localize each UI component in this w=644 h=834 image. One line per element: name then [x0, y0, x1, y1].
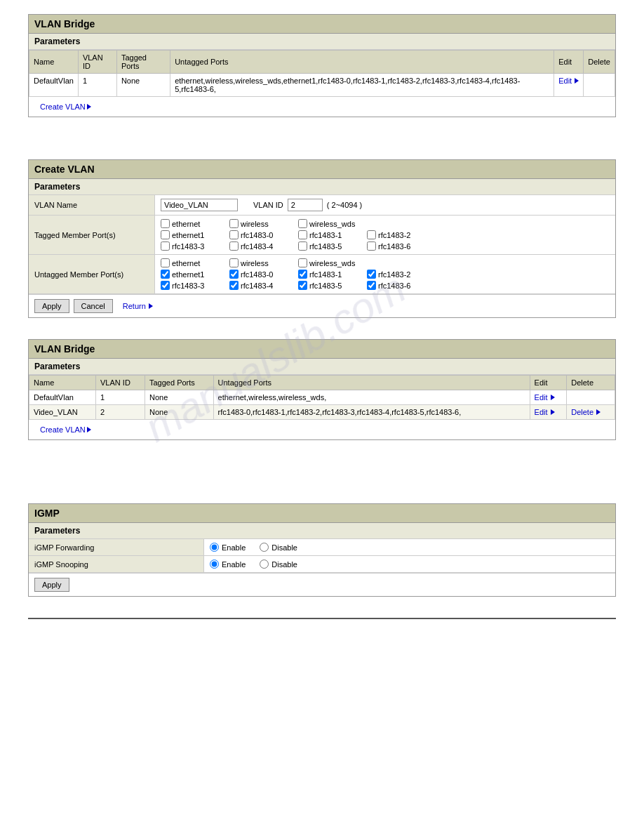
edit-arrow-icon — [575, 78, 579, 84]
untagged-cb-rfc1483-3: rfc1483-3 — [161, 281, 224, 290]
tagged-rfc1483-6-checkbox[interactable] — [367, 241, 376, 251]
untagged-rfc1483-3-checkbox[interactable] — [161, 281, 170, 290]
untagged-row-2: ethernet1 rfc1483-0 rfc1483-1 rfc1483-2 — [161, 270, 430, 279]
tagged-row-3: rfc1483-3 rfc1483-4 rfc1483-5 rfc1483-6 — [161, 241, 430, 251]
tagged-rfc1483-3-checkbox[interactable] — [161, 241, 170, 251]
igmp-title: IGMP — [29, 504, 615, 523]
row2-1-edit-cell: Edit — [530, 390, 567, 405]
row-name: DefaultVlan — [29, 74, 79, 97]
tagged-cb-ethernet1: ethernet1 — [161, 230, 224, 239]
vlan-name-label: VLAN Name — [29, 195, 155, 215]
edit-defaultvlan-link[interactable]: Edit — [535, 393, 555, 402]
igmp-apply-button[interactable]: Apply — [34, 578, 69, 592]
untagged-cb-ethernet1: ethernet1 — [161, 270, 224, 279]
igmp-forwarding-disable-label: Disable — [260, 543, 297, 552]
igmp-snooping-enable-label: Enable — [210, 560, 246, 569]
create-vlan-section: Create VLAN Parameters VLAN Name VLAN ID… — [28, 159, 616, 318]
igmp-snooping-enable-radio[interactable] — [210, 560, 219, 569]
vlan-id-input[interactable] — [288, 199, 323, 211]
igmp-params-header: Parameters — [29, 523, 615, 539]
col2-edit: Edit — [530, 376, 567, 390]
tagged-cb-rfc1483-4: rfc1483-4 — [229, 241, 293, 251]
tagged-row-2: ethernet1 rfc1483-0 rfc1483-1 rfc1483-2 — [161, 230, 430, 239]
col-edit: Edit — [554, 51, 584, 74]
vlan-name-input[interactable] — [161, 199, 238, 211]
create-vlan-2-container: Create VLAN — [29, 420, 615, 439]
tagged-rfc1483-1-checkbox[interactable] — [298, 230, 307, 239]
table-row: DefaultVlan 1 None ethernet,wireless,wir… — [29, 74, 615, 97]
create-vlan-2-link[interactable]: Create VLAN — [34, 423, 97, 437]
tagged-cb-ethernet: ethernet — [161, 219, 224, 228]
vlan-id-range: ( 2~4094 ) — [327, 201, 362, 209]
vlan-bridge-2-params-header: Parameters — [29, 359, 615, 375]
tagged-rfc1483-5-checkbox[interactable] — [298, 241, 307, 251]
vlan-bridge-2-section: VLAN Bridge Parameters Name VLAN ID Tagg… — [28, 339, 616, 440]
create-vlan-1-link[interactable]: Create VLAN — [34, 100, 97, 114]
tagged-cb-rfc1483-6: rfc1483-6 — [367, 241, 430, 251]
untagged-cb-rfc1483-4: rfc1483-4 — [229, 281, 293, 290]
create-vlan-2-arrow-icon — [87, 427, 91, 432]
untagged-rfc1483-5-checkbox[interactable] — [298, 281, 307, 290]
untagged-rfc1483-6-checkbox[interactable] — [367, 281, 376, 290]
create-vlan-cancel-button[interactable]: Cancel — [74, 299, 113, 313]
edit-link[interactable]: Edit — [558, 77, 579, 85]
create-vlan-buttons-row: Apply Cancel Return — [29, 294, 615, 317]
edit-video-vlan-link[interactable]: Edit — [535, 408, 555, 416]
create-vlan-title: Create VLAN — [29, 160, 615, 179]
tagged-rfc1483-0-checkbox[interactable] — [229, 230, 239, 239]
row-vlan-id: 1 — [78, 74, 116, 97]
untagged-ethernet-checkbox[interactable] — [161, 258, 170, 267]
igmp-snooping-disable-radio[interactable] — [260, 560, 269, 569]
tagged-cb-rfc1483-1: rfc1483-1 — [298, 230, 361, 239]
tagged-cb-rfc1483-3: rfc1483-3 — [161, 241, 224, 251]
row2-1-name: DefaultVlan — [29, 390, 96, 405]
untagged-rfc1483-0-checkbox[interactable] — [229, 270, 239, 279]
untagged-ports-field: ethernet wireless wireless_wds ethernet1… — [155, 255, 615, 293]
igmp-forwarding-enable-label: Enable — [210, 543, 246, 552]
untagged-rfc1483-4-checkbox[interactable] — [229, 281, 239, 290]
col2-tagged-ports: Tagged Ports — [145, 376, 213, 390]
return-link[interactable]: Return — [123, 302, 153, 310]
bottom-divider — [28, 618, 616, 619]
untagged-wireless-checkbox[interactable] — [229, 258, 239, 267]
delete-video-vlan-link[interactable]: Delete — [571, 408, 601, 416]
tagged-rfc1483-4-checkbox[interactable] — [229, 241, 239, 251]
vlan-name-field: VLAN ID ( 2~4094 ) — [155, 195, 615, 215]
igmp-forwarding-disable-radio[interactable] — [260, 543, 269, 552]
tagged-ethernet1-checkbox[interactable] — [161, 230, 170, 239]
tagged-wireless-wds-checkbox[interactable] — [298, 219, 307, 228]
row-edit-cell: Edit — [554, 74, 584, 97]
untagged-rfc1483-2-checkbox[interactable] — [367, 270, 376, 279]
untagged-cb-rfc1483-0: rfc1483-0 — [229, 270, 293, 279]
col-tagged-ports: Tagged Ports — [116, 51, 170, 74]
create-vlan-apply-button[interactable]: Apply — [34, 299, 69, 313]
untagged-wireless-wds-checkbox[interactable] — [298, 258, 307, 267]
tagged-ports-label: Tagged Member Port(s) — [29, 216, 155, 254]
igmp-snooping-row: iGMP Snooping Enable Disable — [29, 556, 615, 573]
untagged-row-1: ethernet wireless wireless_wds — [161, 258, 361, 267]
igmp-forwarding-row: iGMP Forwarding Enable Disable — [29, 539, 615, 556]
row-untagged-ports: ethernet,wireless,wireless_wds,ethernet1… — [170, 74, 554, 97]
tagged-ports-row: Tagged Member Port(s) ethernet wireless … — [29, 216, 615, 255]
tagged-ethernet-checkbox[interactable] — [161, 219, 170, 228]
row2-2-tagged-ports: None — [145, 405, 213, 420]
col2-vlan-id: VLAN ID — [96, 376, 145, 390]
col2-delete: Delete — [567, 376, 615, 390]
row2-1-tagged-ports: None — [145, 390, 213, 405]
tagged-rfc1483-2-checkbox[interactable] — [367, 230, 376, 239]
untagged-rfc1483-1-checkbox[interactable] — [298, 270, 307, 279]
untagged-ports-label: Untagged Member Port(s) — [29, 255, 155, 293]
vlan-bridge-1-section: VLAN Bridge Parameters Name VLAN ID Tagg… — [28, 14, 616, 117]
igmp-section: IGMP Parameters iGMP Forwarding Enable D… — [28, 503, 616, 597]
igmp-buttons-row: Apply — [29, 573, 615, 596]
untagged-cb-wireless-wds: wireless_wds — [298, 258, 361, 267]
untagged-ethernet1-checkbox[interactable] — [161, 270, 170, 279]
tagged-wireless-checkbox[interactable] — [229, 219, 239, 228]
tagged-ports-field: ethernet wireless wireless_wds ethernet1… — [155, 216, 615, 254]
igmp-forwarding-enable-radio[interactable] — [210, 543, 219, 552]
col-untagged-ports: Untagged Ports — [170, 51, 554, 74]
create-vlan-1-container: Create VLAN — [29, 97, 615, 117]
untagged-cb-wireless: wireless — [229, 258, 293, 267]
vlan-bridge-1-title: VLAN Bridge — [29, 15, 615, 34]
tagged-cb-rfc1483-5: rfc1483-5 — [298, 241, 361, 251]
